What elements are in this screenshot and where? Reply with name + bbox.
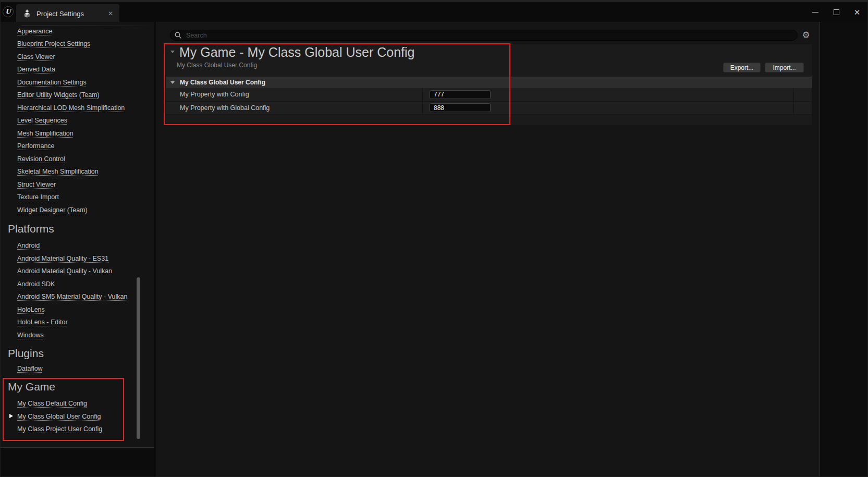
property-reset-cell — [793, 88, 812, 101]
sidebar-item-my-class-global-user-config[interactable]: My Class Global User Config — [17, 410, 101, 423]
unreal-logo-letter: U — [5, 8, 10, 15]
project-settings-icon — [23, 9, 31, 18]
sidebar-item-widget-designer-team[interactable]: Widget Designer (Team) — [17, 204, 88, 217]
sidebar-item-android-sdk[interactable]: Android SDK — [17, 278, 55, 291]
sidebar-item-revision-control[interactable]: Revision Control — [17, 153, 65, 166]
sidebar-item-dataflow[interactable]: Dataflow — [17, 362, 43, 375]
category-collapse-caret-icon — [170, 81, 175, 84]
section-subtitle: My Class Global User Config — [177, 62, 257, 69]
sidebar-item-documentation-settings[interactable]: Documentation Settings — [17, 76, 87, 89]
sidebar-list: AndroidAndroid Material Quality - ES31An… — [17, 239, 148, 341]
sidebar-bottom-strip — [1, 448, 154, 477]
sidebar-item-android[interactable]: Android — [17, 239, 40, 252]
section-collapse-caret-icon[interactable] — [170, 51, 175, 53]
project-settings-window: U Project Settings ✕ ✕ AppearanceBluepri… — [0, 0, 868, 477]
sidebar-item-blueprint-project-settings[interactable]: Blueprint Project Settings — [17, 38, 90, 51]
sidebar-header-platforms: Platforms — [8, 221, 148, 237]
property-label: My Property with Config — [166, 88, 422, 101]
property-row-my-property-with-global-config[interactable]: My Property with Global Config — [166, 102, 812, 115]
close-icon: ✕ — [854, 8, 861, 16]
property-value-input[interactable] — [430, 103, 491, 112]
sidebar-item-texture-import[interactable]: Texture Import — [17, 191, 59, 204]
close-button[interactable]: ✕ — [847, 2, 867, 23]
property-value-cell — [422, 88, 793, 101]
property-label: My Property with Global Config — [166, 102, 422, 115]
search-bar[interactable] — [170, 30, 798, 41]
sidebar-item-hierarchical-lod-mesh-simplification[interactable]: Hierarchical LOD Mesh Simplification — [17, 102, 125, 115]
property-rows: My Property with ConfigMy Property with … — [166, 88, 812, 115]
sidebar-header-my-game: My Game — [8, 379, 148, 395]
sidebar-item-android-material-quality-es31[interactable]: Android Material Quality - ES31 — [17, 252, 108, 265]
sidebar-item-skeletal-mesh-simplification[interactable]: Skeletal Mesh Simplification — [17, 165, 99, 178]
sidebar-header-plugins: Plugins — [8, 346, 148, 361]
sidebar-section-my-game: My GameMy Class Default ConfigMy Class G… — [17, 379, 148, 436]
tab-project-settings[interactable]: Project Settings ✕ — [16, 4, 119, 23]
unreal-engine-logo-icon[interactable]: U — [3, 6, 14, 17]
property-row-my-property-with-config[interactable]: My Property with Config — [166, 88, 812, 102]
category-label: My Class Global User Config — [180, 79, 265, 86]
sidebar-item-my-class-default-config[interactable]: My Class Default Config — [17, 397, 87, 410]
selected-arrow-icon — [9, 414, 13, 418]
titlebar: U Project Settings ✕ ✕ — [1, 1, 867, 22]
sidebar-list: Dataflow — [17, 362, 148, 375]
export-button[interactable]: Export... — [723, 63, 761, 72]
sidebar-list: AppearanceBlueprint Project SettingsClas… — [17, 25, 148, 217]
minimize-button[interactable] — [805, 2, 826, 23]
sidebar-nav: AppearanceBlueprint Project SettingsClas… — [17, 25, 148, 436]
sidebar-item-class-viewer[interactable]: Class Viewer — [17, 51, 55, 64]
sidebar-item-editor-utility-widgets-team[interactable]: Editor Utility Widgets (Team) — [17, 89, 100, 102]
sidebar-item-android-material-quality-vulkan[interactable]: Android Material Quality - Vulkan — [17, 265, 112, 278]
sidebar-item-android-sm5-material-quality-vulkan[interactable]: Android SM5 Material Quality - Vulkan — [17, 290, 127, 303]
sidebar-section-plugins: PluginsDataflow — [17, 346, 148, 375]
window-controls: ✕ — [805, 2, 867, 23]
import-button[interactable]: Import... — [765, 63, 804, 72]
tab-close-icon[interactable]: ✕ — [108, 4, 113, 23]
category-header[interactable]: My Class Global User Config — [166, 77, 812, 88]
sidebar-item-derived-data[interactable]: Derived Data — [17, 63, 55, 76]
sidebar-list: My Class Default ConfigMy Class Global U… — [17, 397, 148, 436]
sidebar-item-windows[interactable]: Windows — [17, 329, 44, 342]
section-title: My Game - My Class Global User Config — [179, 44, 415, 60]
minimize-icon — [812, 12, 818, 13]
sidebar-item-level-sequences[interactable]: Level Sequences — [17, 114, 67, 127]
search-icon — [175, 32, 181, 39]
maximize-button[interactable] — [826, 2, 847, 23]
sidebar-item-mesh-simplification[interactable]: Mesh Simplification — [17, 127, 74, 140]
sidebar-section-platforms: PlatformsAndroidAndroid Material Quality… — [17, 221, 148, 341]
settings-gear-icon[interactable]: ⚙ — [801, 30, 811, 41]
sidebar-item-hololens[interactable]: HoloLens — [17, 303, 45, 316]
settings-main-panel: ⚙ My Game - My Class Global User Config … — [154, 22, 868, 477]
property-value-input[interactable] — [430, 90, 491, 99]
property-value-cell — [422, 102, 793, 115]
settings-sidebar: AppearanceBlueprint Project SettingsClas… — [1, 22, 154, 477]
property-reset-cell — [793, 102, 812, 115]
sidebar-item-struct-viewer[interactable]: Struct Viewer — [17, 178, 56, 191]
maximize-icon — [834, 9, 839, 15]
sidebar-item-performance[interactable]: Performance — [17, 140, 55, 153]
tab-label: Project Settings — [36, 10, 84, 18]
search-input[interactable] — [185, 31, 791, 40]
sidebar-scrollbar[interactable] — [137, 277, 140, 439]
sidebar-section-settings: AppearanceBlueprint Project SettingsClas… — [17, 25, 148, 217]
settings-section: My Game - My Class Global User Config My… — [166, 44, 812, 125]
sidebar-item-hololens-editor[interactable]: HoloLens - Editor — [17, 316, 68, 329]
sidebar-item-my-class-project-user-config[interactable]: My Class Project User Config — [17, 423, 102, 436]
sidebar-item-appearance[interactable]: Appearance — [17, 25, 52, 38]
window-right-strip — [820, 22, 868, 477]
